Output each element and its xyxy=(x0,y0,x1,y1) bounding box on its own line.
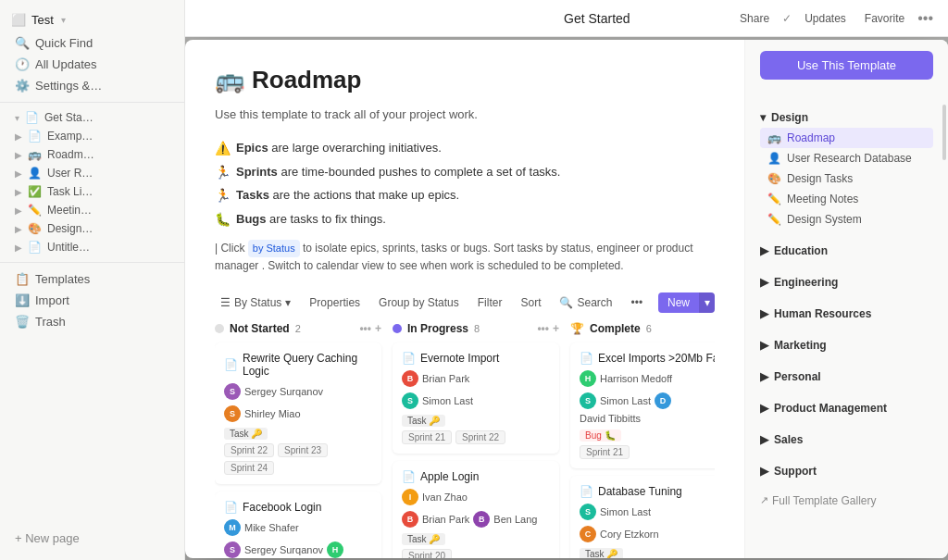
chevron-right-icon: ▶ xyxy=(760,465,768,478)
card-users: S Simon Last xyxy=(580,504,715,520)
avatar: M xyxy=(224,519,241,536)
add-icon[interactable]: + xyxy=(553,322,559,335)
sidebar-item-roadmap[interactable]: ▶ 🚌 Roadm… xyxy=(4,145,181,164)
card-title: 📄 Apple Login xyxy=(402,470,550,483)
checklist-icon: ✅ xyxy=(28,185,42,198)
template-right-sidebar: Use This Template ▾ Design 🚌 Roadmap xyxy=(744,40,948,558)
sidebar-templates[interactable]: 📋 Templates xyxy=(4,268,181,290)
search-icon: 🔍 xyxy=(15,36,30,50)
ellipsis-icon[interactable]: ••• xyxy=(537,322,549,335)
sidebar-divider xyxy=(0,102,184,103)
card-users-2: S Shirley Miao xyxy=(224,405,372,422)
share-button[interactable]: Share xyxy=(734,9,775,28)
by-status-filter[interactable]: ☰ By Status ▾ xyxy=(215,293,296,312)
ellipsis-icon[interactable]: ••• xyxy=(359,322,371,335)
column-actions: ••• + xyxy=(537,322,559,335)
card-tags: Bug 🐛 xyxy=(580,429,715,442)
template-roadmap[interactable]: 🚌 Roadmap xyxy=(760,128,933,148)
sprint-tag: Sprint 24 xyxy=(224,461,274,475)
support-section-label: Support xyxy=(774,465,817,478)
new-button[interactable]: New xyxy=(658,292,699,313)
card-tags: Task 🔑 xyxy=(224,428,372,440)
education-section-label: Education xyxy=(774,244,828,257)
template-design-system[interactable]: ✏️ Design System xyxy=(760,209,933,230)
new-page-btn[interactable]: + New page xyxy=(4,528,181,549)
sidebar: ⬜ Test ▾ 🔍 Quick Find 🕐 All Updates ⚙️ S… xyxy=(0,0,185,560)
sidebar-quick-find[interactable]: 🔍 Quick Find xyxy=(4,32,181,54)
favorite-button[interactable]: Favorite xyxy=(859,9,910,28)
expand-icon: ▶ xyxy=(15,205,22,216)
card-rewrite-query[interactable]: 📄 Rewrite Query Caching Logic S Sergey S… xyxy=(215,342,381,484)
card-excel-imports[interactable]: 📄 Excel Imports >20Mb Fail H Harrison Me… xyxy=(570,342,715,468)
modal-left: 🚌 Roadmap Use this template to track all… xyxy=(185,40,744,558)
hr-section-header[interactable]: ▶ Human Resources xyxy=(760,304,933,324)
user-name: Shirley Miao xyxy=(244,408,301,419)
sidebar-item-getstarted[interactable]: ▾ 📄 Get Sta… xyxy=(4,108,181,127)
card-apple-login[interactable]: 📄 Apple Login I Ivan Zhao B xyxy=(393,461,559,558)
sidebar-all-updates[interactable]: 🕐 All Updates xyxy=(4,54,181,75)
updates-button[interactable]: Updates xyxy=(799,9,852,28)
new-dropdown-arrow[interactable]: ▾ xyxy=(699,292,715,313)
sprint-tag: Sprint 21 xyxy=(580,445,630,459)
more-options-btn[interactable]: ••• xyxy=(626,293,649,312)
sidebar-import[interactable]: ⬇️ Import xyxy=(4,290,181,311)
card-tags: Task 🔑 xyxy=(402,533,550,545)
group-by-button[interactable]: Group by Status xyxy=(373,293,465,312)
card-database-tuning[interactable]: 📄 Database Tuning S Simon Last C xyxy=(570,476,715,558)
content-area: 🚌 Roadmap Use this template to track all… xyxy=(185,37,948,560)
modal-overlay[interactable]: 🚌 Roadmap Use this template to track all… xyxy=(185,37,948,560)
full-gallery-link[interactable]: ↗ Full Template Gallery xyxy=(745,487,948,515)
user-name: Simon Last xyxy=(422,395,473,406)
sidebar-item-user-research[interactable]: ▶ 👤 User R… xyxy=(4,164,181,182)
more-menu-icon[interactable]: ••• xyxy=(917,10,933,27)
design-section-label: Design xyxy=(771,111,808,124)
sprint-tag: Sprint 21 xyxy=(402,430,452,444)
avatar: S xyxy=(224,383,241,400)
sidebar-item-untitled[interactable]: ▶ 📄 Untitle… xyxy=(4,238,181,256)
engineering-section: ▶ Engineering xyxy=(745,267,948,298)
search-button[interactable]: 🔍 Search xyxy=(554,293,617,312)
template-user-research[interactable]: 👤 User Research Database xyxy=(760,148,933,168)
sidebar-settings[interactable]: ⚙️ Settings &… xyxy=(4,75,181,96)
chevron-right-icon: ▶ xyxy=(760,370,768,383)
use-template-button[interactable]: Use This Template xyxy=(760,51,933,80)
bus-icon: 🚌 xyxy=(767,131,781,144)
add-icon[interactable]: + xyxy=(375,322,381,335)
engineering-section-header[interactable]: ▶ Engineering xyxy=(760,272,933,292)
sidebar-item-design[interactable]: ▶ 🎨 Design… xyxy=(4,219,181,238)
product-section-header[interactable]: ▶ Product Management xyxy=(760,398,933,418)
chevron-down-icon: ▾ xyxy=(760,111,766,124)
workspace-header[interactable]: ⬜ Test ▾ xyxy=(0,7,184,32)
sidebar-item-example[interactable]: ▶ 📄 Examp… xyxy=(4,127,181,145)
sort-button[interactable]: Sort xyxy=(515,293,546,312)
modal-description: Use this template to track all of your p… xyxy=(215,106,715,124)
column-label: Not Started xyxy=(230,322,290,335)
education-section: ▶ Education xyxy=(745,235,948,267)
design-section-header[interactable]: ▾ Design xyxy=(760,107,933,128)
card-evernote[interactable]: 📄 Evernote Import B Brian Park S xyxy=(393,342,559,454)
design-section: ▾ Design 🚌 Roadmap 👤 User Research Datab… xyxy=(745,102,948,235)
sidebar-item-task-list[interactable]: ▶ ✅ Task Li… xyxy=(4,182,181,201)
card-users-2: B Brian Park B Ben Lang xyxy=(402,511,550,528)
filter-button[interactable]: Filter xyxy=(472,293,508,312)
education-section-header[interactable]: ▶ Education xyxy=(760,241,933,261)
support-section-header[interactable]: ▶ Support xyxy=(760,461,933,481)
avatar: S xyxy=(580,504,596,520)
template-design-tasks[interactable]: 🎨 Design Tasks xyxy=(760,168,933,189)
sprint-tag: Sprint 22 xyxy=(224,443,274,457)
external-link-icon: ↗ xyxy=(760,494,768,506)
card-facebook-login[interactable]: 📄 Facebook Login M Mike Shafer S xyxy=(215,492,381,558)
sales-section-header[interactable]: ▶ Sales xyxy=(760,429,933,450)
scrollbar-thumb[interactable] xyxy=(942,105,946,160)
sidebar-item-meeting[interactable]: ▶ ✏️ Meetin… xyxy=(4,201,181,219)
template-meeting-notes[interactable]: ✏️ Meeting Notes xyxy=(760,189,933,209)
personal-section-header[interactable]: ▶ Personal xyxy=(760,367,933,387)
sidebar-trash[interactable]: 🗑️ Trash xyxy=(4,311,181,332)
column-header-complete: 🏆 Complete 6 ••• + xyxy=(570,322,715,335)
bullet-epics: ⚠️ Epics are large overarching initiativ… xyxy=(215,140,715,158)
marketing-section-header[interactable]: ▶ Marketing xyxy=(760,335,933,355)
avatar: S xyxy=(402,392,418,409)
workspace-icon: ⬜ xyxy=(11,13,26,27)
card-users-2: S Simon Last D David Tibbitts xyxy=(580,392,715,424)
properties-button[interactable]: Properties xyxy=(304,293,366,312)
